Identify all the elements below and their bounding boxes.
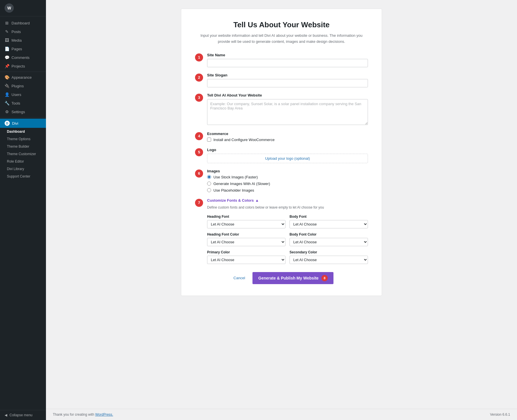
form-section-logo: 5 Logo Upload your logo (optional) bbox=[195, 148, 368, 163]
generate-publish-button[interactable]: Generate & Publish My Website 8 bbox=[252, 272, 333, 284]
collapse-menu-button[interactable]: ◀ Collapse menu bbox=[5, 413, 41, 417]
logo-label: Logo bbox=[207, 148, 368, 152]
sidebar-item-pages[interactable]: 📄 Pages bbox=[0, 45, 46, 53]
step-badge-6: 6 bbox=[195, 169, 203, 178]
sidebar-item-label: Plugins bbox=[11, 84, 24, 88]
upload-logo-button[interactable]: Upload your logo (optional) bbox=[207, 154, 368, 163]
form-section-fonts-colors: 7 Customize Fonts & Colors ▲ Define cust… bbox=[195, 198, 368, 264]
body-font-color-group: Body Font Color Let AI Choose bbox=[290, 232, 368, 246]
projects-icon: 📌 bbox=[5, 64, 9, 68]
radio-ai-label: Generate Images With AI (Slower) bbox=[213, 182, 270, 186]
divi-submenu-item-theme-builder[interactable]: Theme Builder bbox=[0, 143, 46, 150]
main: Tell Us About Your Website Input your we… bbox=[46, 0, 517, 420]
form-section-images: 6 Images Use Stock Images (Faster) Gener… bbox=[195, 169, 368, 192]
sidebar-item-settings[interactable]: ⚙ Settings bbox=[0, 107, 46, 116]
step5-content: Logo Upload your logo (optional) bbox=[207, 148, 368, 163]
action-row: Cancel Generate & Publish My Website 8 bbox=[195, 272, 368, 284]
form-card: Tell Us About Your Website Input your we… bbox=[181, 9, 382, 296]
sidebar-divider bbox=[0, 72, 46, 72]
step-badge-4: 4 bbox=[195, 132, 203, 140]
radio-stock-input[interactable] bbox=[207, 175, 211, 179]
radio-stock-label: Use Stock Images (Faster) bbox=[213, 175, 258, 179]
divi-submenu-item-theme-customizer[interactable]: Theme Customizer bbox=[0, 150, 46, 158]
primary-color-group: Primary Color Let AI Choose bbox=[207, 250, 285, 264]
site-name-input[interactable] bbox=[207, 59, 368, 67]
sidebar-item-label: Settings bbox=[11, 110, 25, 114]
radio-ai-input[interactable] bbox=[207, 182, 211, 186]
comments-icon: 💬 bbox=[5, 55, 9, 60]
radio-stock-images[interactable]: Use Stock Images (Faster) bbox=[207, 175, 368, 179]
divi-submenu-item-theme-options[interactable]: Theme Options bbox=[0, 135, 46, 143]
sidebar-item-label: Users bbox=[11, 93, 21, 97]
secondary-color-label: Secondary Color bbox=[290, 250, 368, 254]
about-label: Tell Divi AI About Your Website bbox=[207, 93, 368, 97]
primary-color-select[interactable]: Let AI Choose bbox=[207, 256, 285, 264]
sidebar-item-label: Posts bbox=[11, 30, 21, 34]
ecommerce-label: Ecommerce bbox=[207, 132, 368, 136]
divi-label: Divi bbox=[12, 121, 18, 126]
step2-content: Site Slogan bbox=[207, 73, 368, 87]
sidebar-item-appearance[interactable]: 🎨 Appearance bbox=[0, 73, 46, 82]
body-font-color-label: Body Font Color bbox=[290, 232, 368, 236]
step-badge-2: 2 bbox=[195, 74, 203, 82]
sidebar-item-plugins[interactable]: 🔌 Plugins bbox=[0, 82, 46, 90]
sidebar-item-label: Tools bbox=[11, 101, 20, 105]
site-slogan-input[interactable] bbox=[207, 79, 368, 87]
step-badge-7: 7 bbox=[195, 199, 203, 207]
sidebar-item-comments[interactable]: 💬 Comments bbox=[0, 53, 46, 62]
radio-placeholder-label: Use Placeholder Images bbox=[213, 188, 254, 192]
secondary-color-select[interactable]: Let AI Choose bbox=[290, 256, 368, 264]
sidebar-item-media[interactable]: 🖼 Media bbox=[0, 36, 46, 45]
divi-dot-icon: D bbox=[5, 121, 10, 126]
page-title: Tell Us About Your Website bbox=[195, 20, 368, 29]
divi-submenu-item-support-center[interactable]: Support Center bbox=[0, 173, 46, 180]
body-font-color-select[interactable]: Let AI Choose bbox=[290, 238, 368, 246]
secondary-color-group: Secondary Color Let AI Choose bbox=[290, 250, 368, 264]
media-icon: 🖼 bbox=[5, 38, 9, 43]
sidebar-item-posts[interactable]: ✎ Posts bbox=[0, 27, 46, 36]
radio-placeholder-input[interactable] bbox=[207, 188, 211, 192]
sidebar-item-label: Projects bbox=[11, 64, 25, 68]
font-color-grid: Heading Font Let AI Choose Body Font Let… bbox=[207, 215, 368, 264]
sidebar-item-users[interactable]: 👤 Users bbox=[0, 90, 46, 99]
footer-left: Thank you for creating with WordPress. bbox=[53, 413, 113, 417]
step1-content: Site Name bbox=[207, 53, 368, 67]
body-font-select[interactable]: Let AI Choose bbox=[290, 220, 368, 228]
sidebar-item-tools[interactable]: 🔧 Tools bbox=[0, 99, 46, 107]
heading-font-color-select[interactable]: Let AI Choose bbox=[207, 238, 285, 246]
users-icon: 👤 bbox=[5, 92, 9, 97]
divi-submenu: Dashboard Theme Options Theme Builder Th… bbox=[0, 128, 46, 180]
about-textarea[interactable] bbox=[207, 99, 368, 125]
heading-font-group: Heading Font Let AI Choose bbox=[207, 215, 285, 228]
heading-font-select[interactable]: Let AI Choose bbox=[207, 220, 285, 228]
sidebar-item-label: Dashboard bbox=[11, 21, 30, 25]
primary-color-label: Primary Color bbox=[207, 250, 285, 254]
cancel-button[interactable]: Cancel bbox=[229, 273, 249, 282]
form-section-site-slogan: 2 Site Slogan bbox=[195, 73, 368, 87]
sidebar-item-dashboard[interactable]: ⊞ Dashboard bbox=[0, 19, 46, 27]
radio-placeholder-images[interactable]: Use Placeholder Images bbox=[207, 188, 368, 192]
step7-content: Customize Fonts & Colors ▲ Define custom… bbox=[207, 198, 368, 264]
heading-font-color-label: Heading Font Color bbox=[207, 232, 285, 236]
customize-chevron-icon: ▲ bbox=[255, 198, 259, 203]
sidebar: W ⊞ Dashboard ✎ Posts 🖼 Media 📄 Pages 💬 … bbox=[0, 0, 46, 420]
sidebar-item-projects[interactable]: 📌 Projects bbox=[0, 62, 46, 70]
tools-icon: 🔧 bbox=[5, 101, 9, 105]
sidebar-item-label: Media bbox=[11, 38, 22, 43]
divi-submenu-item-dashboard[interactable]: Dashboard bbox=[0, 128, 46, 135]
collapse-icon: ◀ bbox=[5, 413, 7, 417]
plugins-icon: 🔌 bbox=[5, 84, 9, 88]
radio-ai-images[interactable]: Generate Images With AI (Slower) bbox=[207, 182, 368, 186]
heading-font-color-group: Heading Font Color Let AI Choose bbox=[207, 232, 285, 246]
divi-submenu-item-divi-library[interactable]: Divi Library bbox=[0, 165, 46, 173]
generate-label: Generate & Publish My Website bbox=[258, 276, 319, 280]
woocommerce-checkbox[interactable] bbox=[207, 138, 211, 142]
heading-font-label: Heading Font bbox=[207, 215, 285, 219]
customize-fonts-toggle[interactable]: Customize Fonts & Colors ▲ bbox=[207, 198, 368, 203]
divi-header[interactable]: D Divi bbox=[0, 119, 46, 128]
footer: Thank you for creating with WordPress. V… bbox=[46, 409, 517, 420]
divi-submenu-item-role-editor[interactable]: Role Editor bbox=[0, 158, 46, 165]
sidebar-divider-2 bbox=[0, 117, 46, 117]
wordpress-link[interactable]: WordPress. bbox=[95, 413, 113, 417]
customize-fonts-label: Customize Fonts & Colors bbox=[207, 198, 254, 203]
